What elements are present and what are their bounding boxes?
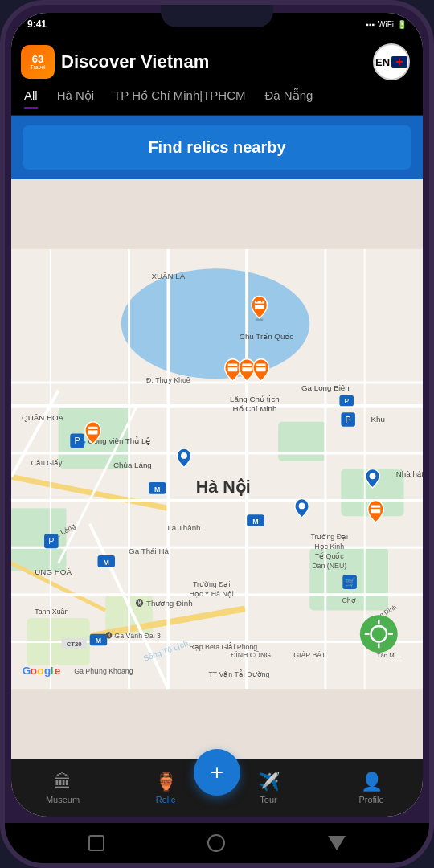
bottom-nav: 🏛 Museum 🏺 Relic + ✈️ Tour 👤 Profile (11, 759, 423, 817)
svg-text:Chùa Láng: Chùa Láng (113, 461, 152, 469)
svg-rect-94 (88, 427, 98, 435)
profile-icon: 👤 (361, 772, 383, 792)
battery-icon: 🔋 (397, 20, 407, 29)
tab-hcm[interactable]: TP Hồ Chí Minh|TPHCM (113, 88, 245, 108)
svg-text:o: o (30, 665, 36, 678)
svg-text:M: M (252, 518, 258, 526)
svg-text:o: o (37, 665, 43, 678)
svg-text:🅜 Ga Vành Đai 3: 🅜 Ga Vành Đai 3 (105, 632, 161, 640)
svg-text:Chợ: Chợ (342, 596, 356, 604)
status-time: 9:41 (27, 18, 47, 30)
map-container[interactable]: M M M M CT20 XUÂN LA Đ. Thụy Khuê QUÂN H… (11, 179, 423, 759)
svg-text:QUÂN HOA: QUÂN HOA (22, 413, 64, 422)
signal-icon: ▪▪▪ (366, 20, 375, 29)
logo-number: 63 (32, 54, 43, 64)
svg-rect-3 (278, 422, 326, 461)
tour-icon: ✈️ (258, 772, 280, 792)
back-button[interactable] (328, 836, 346, 850)
phone-frame: 9:41 ▪▪▪ WiFi 🔋 63 Travel Discover Vietn… (0, 0, 434, 868)
svg-text:Rạp Beta Giải Phóng: Rạp Beta Giải Phóng (189, 642, 257, 651)
svg-text:Tanh Xuân: Tanh Xuân (35, 608, 68, 616)
tabs-bar: All Hà Nội TP Hồ Chí Minh|TPHCM Đà Nẵng (11, 88, 423, 116)
svg-text:Lăng Chủ tịch: Lăng Chủ tịch (230, 395, 280, 403)
home-button[interactable] (207, 834, 225, 852)
svg-rect-90 (242, 364, 252, 372)
svg-text:Tân M...: Tân M... (377, 652, 400, 659)
svg-point-1 (121, 268, 310, 379)
app-title: Discover Vietnam (61, 51, 209, 72)
svg-text:CT20: CT20 (67, 641, 83, 648)
logo-sub: Travel (30, 64, 45, 70)
add-icon: + (211, 761, 223, 784)
svg-point-97 (370, 473, 376, 479)
phone-home-bar (5, 823, 429, 863)
svg-text:Hồ Chí Minh: Hồ Chí Minh (232, 404, 276, 413)
museum-icon: 🏛 (54, 772, 72, 792)
app-header: 63 Travel Discover Vietnam EN (11, 35, 423, 88)
svg-text:Đ. Thụy Khuê: Đ. Thụy Khuê (146, 376, 190, 384)
svg-text:M: M (154, 485, 160, 493)
svg-text:GIÁP BÁT: GIÁP BÁT (293, 651, 326, 659)
wifi-icon: WiFi (378, 20, 394, 29)
profile-label: Profile (358, 795, 383, 805)
status-icons: ▪▪▪ WiFi 🔋 (366, 20, 407, 29)
svg-text:P: P (48, 536, 54, 546)
svg-text:La Thành: La Thành (167, 523, 200, 532)
flag-icon (391, 56, 407, 68)
svg-rect-88 (228, 364, 238, 372)
language-button[interactable]: EN (373, 43, 410, 80)
phone-screen: 9:41 ▪▪▪ WiFi 🔋 63 Travel Discover Vietn… (11, 13, 423, 817)
svg-text:🛒: 🛒 (345, 577, 356, 588)
svg-text:Chù Trấn Quốc: Chù Trấn Quốc (240, 332, 293, 341)
svg-text:Nhà hát: Nhà hát (396, 469, 423, 478)
svg-point-96 (181, 452, 187, 459)
svg-text:P: P (74, 436, 80, 445)
svg-text:ĐÌNH CÔNG: ĐÌNH CÔNG (231, 651, 271, 659)
map-svg: M M M M CT20 XUÂN LA Đ. Thụy Khuê QUÂN H… (11, 179, 423, 759)
lang-text: EN (375, 56, 390, 68)
svg-text:M: M (96, 637, 101, 645)
svg-text:M: M (104, 559, 109, 567)
phone-notch (161, 5, 273, 27)
svg-text:Học Kinh: Học Kinh (314, 542, 344, 551)
svg-text:Dân (NEU): Dân (NEU) (312, 562, 346, 570)
svg-text:Trường Đại: Trường Đại (310, 533, 348, 541)
svg-text:TT Vận Tải Đường: TT Vận Tải Đường (208, 669, 269, 678)
svg-text:UNG HOÀ: UNG HOÀ (35, 567, 72, 576)
find-btn-container: Find relics nearby (11, 116, 423, 179)
svg-text:Ga Thái Hà: Ga Thái Hà (129, 547, 169, 555)
svg-text:Học Y Hà Nội: Học Y Hà Nội (190, 590, 234, 598)
app-logo: 63 Travel (21, 45, 55, 79)
relic-icon: 🏺 (155, 772, 177, 792)
svg-text:e: e (55, 665, 61, 678)
svg-text:Trường Đại: Trường Đại (193, 580, 231, 588)
svg-text:Tế Quốc: Tế Quốc (315, 552, 345, 560)
tab-hanoi[interactable]: Hà Nội (57, 88, 95, 108)
svg-text:P: P (346, 415, 351, 424)
svg-text:l: l (51, 665, 54, 678)
svg-text:P: P (344, 397, 349, 405)
svg-text:Ga Phụng Khoang: Ga Phụng Khoang (74, 667, 133, 675)
tab-danang[interactable]: Đà Nẵng (265, 88, 313, 108)
add-button[interactable]: + (194, 749, 240, 796)
relic-label: Relic (156, 795, 175, 805)
svg-text:XUÂN LA: XUÂN LA (152, 272, 186, 280)
svg-point-98 (299, 503, 305, 510)
nav-profile[interactable]: 👤 Profile (320, 772, 423, 805)
svg-text:Ga Long Biên: Ga Long Biên (301, 383, 350, 392)
svg-rect-99 (371, 505, 381, 513)
header-left: 63 Travel Discover Vietnam (21, 45, 209, 79)
recent-apps-button[interactable] (88, 835, 104, 851)
svg-text:Hà Nội: Hà Nội (196, 477, 251, 497)
svg-text:Cầu Giấy: Cầu Giấy (31, 459, 63, 467)
museum-label: Museum (46, 795, 80, 805)
find-relics-button[interactable]: Find relics nearby (23, 125, 411, 170)
tour-label: Tour (260, 795, 276, 805)
svg-text:Khu: Khu (371, 415, 385, 424)
svg-rect-84 (255, 301, 264, 309)
svg-text:🅜 Thương Đình: 🅜 Thương Đình (136, 599, 192, 608)
svg-rect-92 (256, 364, 266, 372)
tab-all[interactable]: All (24, 88, 38, 108)
nav-museum[interactable]: 🏛 Museum (11, 772, 114, 805)
